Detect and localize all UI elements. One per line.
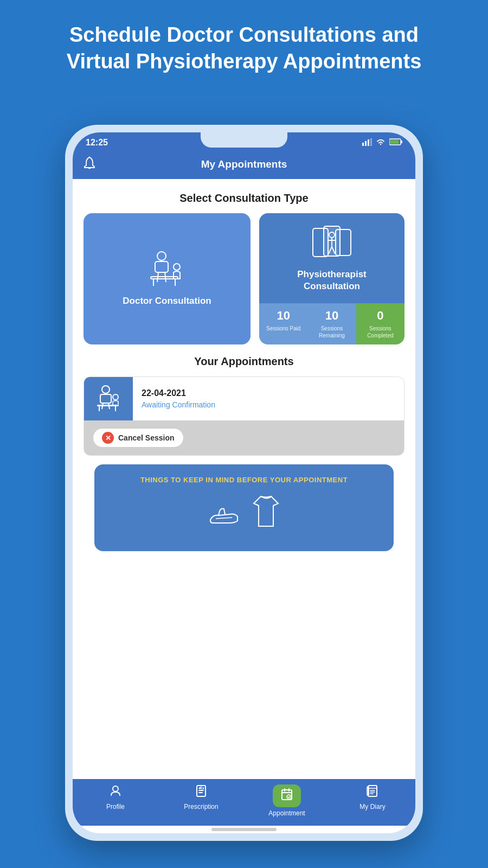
- sessions-paid-label: Sessions Paid: [262, 325, 304, 332]
- nav-item-prescription[interactable]: Rx Prescription: [182, 784, 220, 817]
- doctor-consultation-card[interactable]: Doctor Consultation: [84, 213, 251, 344]
- physio-session-stats: 10 Sessions Paid 10 Sessions Remaining 0…: [259, 303, 404, 344]
- physio-card-top: Physiotherapist Consultation: [259, 213, 404, 303]
- doctor-card-label: Doctor Consultation: [123, 295, 211, 307]
- svg-point-8: [157, 252, 166, 260]
- doctor-icon: [145, 251, 189, 289]
- cancel-row: ✕ Cancel Session: [84, 420, 404, 455]
- svg-point-33: [113, 786, 118, 792]
- cancel-x-icon: ✕: [102, 432, 114, 444]
- cancel-session-button[interactable]: ✕ Cancel Session: [93, 428, 184, 448]
- battery-icon: [389, 138, 402, 148]
- sessions-completed-label: Sessions Completed: [359, 325, 401, 339]
- phone-inner: 12:25 My App: [73, 132, 415, 833]
- tips-card: THINGS TO KEEP IN MIND BEFORE YOUR APPOI…: [94, 464, 394, 551]
- app-header: My Appointments: [73, 152, 415, 179]
- appointment-date: 22-04-2021: [142, 388, 395, 398]
- notch: [201, 132, 287, 148]
- appointment-icon-box: [84, 377, 133, 420]
- nav-item-profile[interactable]: Profile: [97, 784, 134, 817]
- appointment-status: Awaiting Confirmation: [142, 400, 395, 409]
- svg-point-15: [174, 264, 180, 270]
- appointment-nav-bg: [273, 784, 301, 807]
- svg-rect-5: [401, 141, 402, 143]
- tips-card-title: THINGS TO KEEP IN MIND BEFORE YOUR APPOI…: [140, 475, 348, 485]
- nav-item-diary[interactable]: My Diary: [354, 784, 391, 817]
- sessions-paid-stat: 10 Sessions Paid: [259, 303, 307, 344]
- nav-diary-label: My Diary: [359, 803, 385, 810]
- nav-item-appointment[interactable]: Appointment: [268, 784, 306, 817]
- nav-profile-label: Profile: [106, 803, 125, 810]
- svg-rect-9: [155, 261, 168, 272]
- svg-rect-1: [365, 141, 367, 146]
- cancel-button-label: Cancel Session: [118, 433, 175, 442]
- nav-prescription-label: Prescription: [184, 803, 218, 810]
- sessions-remaining-number: 10: [311, 309, 352, 323]
- bell-icon[interactable]: [84, 156, 95, 173]
- consultation-cards: Doctor Consultation: [73, 213, 415, 355]
- wifi-icon: [376, 138, 385, 147]
- physio-consultation-card[interactable]: Physiotherapist Consultation 10 Sessions…: [259, 213, 404, 344]
- svg-rect-0: [362, 143, 364, 146]
- status-time: 12:25: [86, 138, 108, 148]
- svg-rect-25: [100, 394, 111, 403]
- diary-icon: [366, 784, 379, 801]
- svg-line-32: [216, 518, 232, 519]
- sessions-completed-stat: 0 Sessions Completed: [356, 303, 404, 344]
- svg-point-7: [89, 157, 91, 158]
- hero-text: Schedule Doctor Consultations and Virtua…: [0, 0, 488, 92]
- sessions-remaining-stat: 10 Sessions Remaining: [307, 303, 356, 344]
- sessions-remaining-label: Sessions Remaining: [311, 325, 352, 339]
- appointment-icon: [280, 790, 293, 803]
- status-icons: [362, 138, 402, 148]
- shoe-icon: [208, 499, 240, 532]
- physio-icon: [310, 224, 354, 262]
- profile-icon: [109, 784, 122, 801]
- svg-rect-6: [390, 140, 399, 144]
- appointments-section: Your Appointments: [73, 355, 415, 551]
- svg-point-31: [113, 394, 118, 400]
- home-indicator: [211, 828, 277, 831]
- appointment-row: 22-04-2021 Awaiting Confirmation: [84, 377, 404, 420]
- content-area: Select Consultation Type: [73, 179, 415, 779]
- svg-rect-41: [368, 786, 377, 796]
- bottom-nav: Profile Rx Prescription: [73, 779, 415, 826]
- shirt-icon: [251, 494, 281, 532]
- svg-rect-3: [370, 138, 372, 146]
- nav-appointment-label: Appointment: [268, 809, 305, 817]
- appointments-title: Your Appointments: [84, 355, 404, 368]
- svg-rect-2: [368, 139, 369, 146]
- physio-card-label: Physiotherapist Consultation: [270, 269, 394, 292]
- appointment-card: 22-04-2021 Awaiting Confirmation ✕ Cance…: [84, 376, 404, 456]
- prescription-icon: Rx: [195, 784, 208, 801]
- tips-icons: [208, 494, 281, 532]
- signal-icon: [362, 138, 372, 148]
- phone-frame: 12:25 My App: [65, 125, 423, 841]
- sessions-completed-number: 0: [359, 309, 401, 323]
- svg-point-24: [102, 386, 110, 393]
- appointment-details: 22-04-2021 Awaiting Confirmation: [133, 382, 404, 416]
- appointment-doctor-icon: [94, 385, 124, 412]
- header-title: My Appointments: [201, 158, 287, 170]
- sessions-paid-number: 10: [262, 309, 304, 323]
- consultation-section-title: Select Consultation Type: [73, 179, 415, 213]
- svg-text:Rx: Rx: [200, 786, 204, 790]
